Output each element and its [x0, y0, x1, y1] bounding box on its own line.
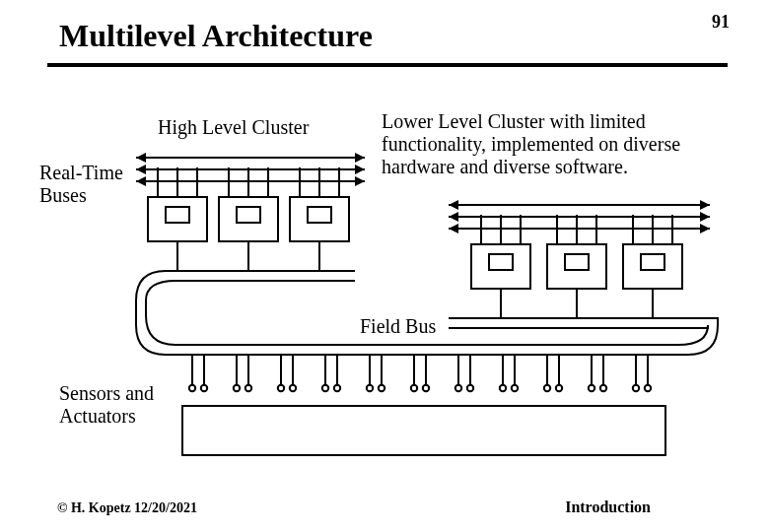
right-node-2	[547, 215, 606, 318]
left-node-3	[290, 167, 349, 271]
left-cluster-bus	[136, 153, 365, 186]
sensor-row	[189, 365, 651, 391]
right-node-1	[471, 215, 530, 318]
left-node-2	[219, 167, 278, 271]
slide: Multilevel Architecture 91 High Level Cl…	[0, 0, 769, 532]
architecture-diagram	[0, 0, 769, 532]
controlled-object-box	[182, 406, 665, 455]
left-node-1	[148, 167, 207, 271]
right-node-3	[623, 215, 682, 318]
right-cluster-bus	[449, 200, 710, 233]
sensor-risers	[192, 355, 648, 365]
